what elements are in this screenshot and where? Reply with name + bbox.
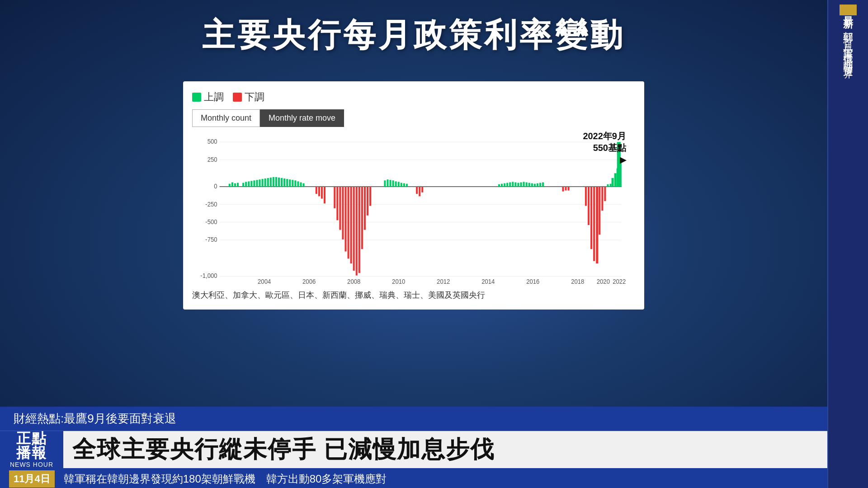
svg-rect-51	[303, 183, 305, 187]
svg-rect-103	[588, 187, 590, 225]
svg-rect-99	[562, 187, 564, 192]
svg-rect-96	[537, 183, 538, 187]
annotation-year: 2022年9月	[583, 130, 626, 142]
svg-rect-39	[270, 178, 272, 187]
tab-monthly-count[interactable]: Monthly count	[192, 109, 260, 127]
svg-rect-59	[342, 187, 344, 239]
svg-rect-60	[344, 187, 346, 251]
svg-rect-87	[512, 182, 514, 187]
chart-annotation: 2022年9月 550基點 ▶	[583, 130, 626, 165]
svg-rect-77	[403, 183, 405, 187]
svg-rect-56	[334, 187, 335, 208]
svg-text:-1,000: -1,000	[200, 272, 217, 279]
svg-rect-55	[324, 187, 326, 203]
svg-rect-66	[361, 187, 363, 249]
chart-legend: 上調 下調	[192, 90, 631, 104]
annotation-arrow: ▶	[620, 155, 626, 164]
logo-top: 正點	[16, 431, 47, 446]
svg-rect-92	[526, 183, 528, 187]
svg-rect-73	[392, 180, 394, 187]
svg-rect-40	[273, 177, 274, 187]
svg-text:2010: 2010	[392, 278, 405, 285]
svg-rect-65	[359, 187, 360, 273]
svg-rect-29	[242, 183, 244, 187]
svg-rect-35	[259, 179, 261, 187]
chart-area: 2022年9月 550基點 ▶ 500 250	[192, 132, 631, 286]
main-headline-bar: 正點 播報 NEWS HOUR 全球主要央行縱未停手 已減慢加息步伐	[0, 431, 827, 468]
svg-rect-37	[264, 178, 266, 187]
svg-rect-95	[534, 184, 536, 187]
ticker-top-text: 財經熱點:最鷹9月後要面對衰退	[14, 411, 176, 427]
svg-rect-102	[585, 187, 587, 206]
ticker-bottom-text: 韓軍稱在韓朝邊界發現約180架朝鮮戰機 韓方出動80多架軍機應對	[64, 472, 387, 486]
svg-rect-82	[498, 184, 500, 187]
svg-text:2014: 2014	[481, 278, 495, 285]
svg-text:-250: -250	[205, 201, 217, 207]
svg-rect-53	[318, 187, 320, 196]
svg-rect-86	[509, 183, 511, 187]
svg-rect-69	[369, 187, 371, 206]
svg-text:2022: 2022	[613, 278, 626, 285]
svg-rect-97	[539, 183, 541, 187]
svg-text:500: 500	[208, 138, 217, 145]
svg-rect-105	[593, 187, 595, 261]
svg-rect-34	[256, 180, 258, 187]
svg-rect-108	[601, 187, 603, 211]
annotation-value: 550基點	[583, 142, 626, 154]
svg-rect-80	[419, 187, 420, 196]
svg-rect-31	[248, 181, 250, 187]
svg-rect-33	[253, 180, 255, 187]
svg-rect-32	[250, 181, 252, 187]
svg-rect-61	[348, 187, 349, 258]
svg-rect-90	[520, 183, 522, 187]
svg-rect-41	[275, 177, 277, 187]
svg-rect-113	[614, 173, 617, 187]
svg-rect-112	[612, 178, 614, 187]
logo-bottom: NEWS HOUR	[10, 461, 53, 468]
date-badge: 11月4日	[9, 470, 55, 488]
legend-up-label: 上調	[204, 90, 224, 104]
svg-rect-93	[528, 183, 530, 187]
bottom-ticker: 11月4日 韓軍稱在韓朝邊界發現約180架朝鮮戰機 韓方出動80多架軍機應對	[0, 468, 827, 488]
legend-up: 上調	[192, 90, 224, 104]
logo-box: 正點 播報 NEWS HOUR	[0, 431, 63, 468]
legend-down-label: 下調	[245, 90, 264, 104]
svg-rect-110	[607, 184, 609, 187]
svg-rect-100	[565, 187, 567, 191]
svg-rect-91	[523, 182, 525, 187]
svg-text:2012: 2012	[437, 278, 450, 285]
svg-rect-50	[300, 183, 302, 187]
svg-rect-106	[596, 187, 598, 263]
svg-rect-54	[321, 187, 323, 199]
svg-rect-109	[604, 187, 606, 201]
svg-rect-30	[245, 182, 247, 187]
svg-rect-72	[390, 180, 392, 187]
news-ticker-top: 財經熱點:最鷹9月後要面對衰退	[0, 407, 827, 431]
svg-rect-25	[229, 184, 231, 187]
svg-rect-83	[501, 184, 503, 187]
svg-rect-88	[514, 183, 516, 187]
svg-rect-70	[384, 180, 386, 187]
svg-rect-48	[294, 180, 296, 187]
logo-mid: 播報	[16, 446, 47, 460]
svg-rect-98	[542, 183, 544, 187]
svg-rect-85	[506, 183, 508, 187]
legend-down: 下調	[233, 90, 264, 104]
svg-rect-57	[336, 187, 338, 220]
svg-rect-44	[283, 178, 285, 187]
right-sidebar: 最新 朝鮮一百八十架軍機逼近朝韓邊界	[827, 0, 868, 488]
svg-rect-38	[267, 178, 269, 187]
svg-rect-67	[364, 187, 366, 230]
svg-rect-28	[237, 183, 239, 187]
svg-rect-81	[421, 187, 423, 192]
svg-rect-89	[517, 183, 519, 187]
svg-rect-104	[590, 187, 592, 249]
chart-footer: 澳大利亞、加拿大、歐元區、日本、新西蘭、挪威、瑞典、瑞士、美國及英國央行	[192, 290, 631, 300]
svg-text:2008: 2008	[347, 278, 360, 285]
svg-text:250: 250	[208, 156, 217, 163]
tab-monthly-rate[interactable]: Monthly rate move	[260, 109, 344, 127]
svg-rect-52	[316, 187, 317, 194]
svg-rect-71	[387, 179, 388, 187]
svg-rect-47	[292, 180, 293, 187]
svg-rect-58	[339, 187, 341, 230]
